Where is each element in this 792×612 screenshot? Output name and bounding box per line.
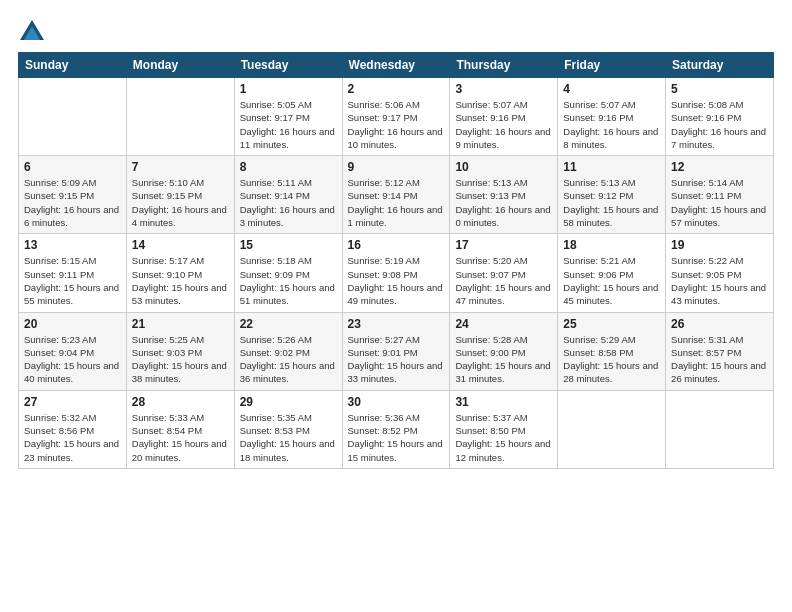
day-number: 9 [348, 160, 445, 174]
day-number: 20 [24, 317, 121, 331]
day-info: Sunrise: 5:25 AM Sunset: 9:03 PM Dayligh… [132, 333, 229, 386]
day-info: Sunrise: 5:37 AM Sunset: 8:50 PM Dayligh… [455, 411, 552, 464]
day-info: Sunrise: 5:19 AM Sunset: 9:08 PM Dayligh… [348, 254, 445, 307]
day-number: 15 [240, 238, 337, 252]
week-row-2: 13Sunrise: 5:15 AM Sunset: 9:11 PM Dayli… [19, 234, 774, 312]
day-info: Sunrise: 5:11 AM Sunset: 9:14 PM Dayligh… [240, 176, 337, 229]
day-number: 7 [132, 160, 229, 174]
day-info: Sunrise: 5:26 AM Sunset: 9:02 PM Dayligh… [240, 333, 337, 386]
day-number: 27 [24, 395, 121, 409]
day-cell: 3Sunrise: 5:07 AM Sunset: 9:16 PM Daylig… [450, 78, 558, 156]
day-number: 29 [240, 395, 337, 409]
day-info: Sunrise: 5:05 AM Sunset: 9:17 PM Dayligh… [240, 98, 337, 151]
day-number: 30 [348, 395, 445, 409]
day-cell [666, 390, 774, 468]
day-cell: 27Sunrise: 5:32 AM Sunset: 8:56 PM Dayli… [19, 390, 127, 468]
weekday-header-tuesday: Tuesday [234, 53, 342, 78]
day-number: 28 [132, 395, 229, 409]
day-number: 24 [455, 317, 552, 331]
day-cell: 26Sunrise: 5:31 AM Sunset: 8:57 PM Dayli… [666, 312, 774, 390]
day-number: 5 [671, 82, 768, 96]
day-info: Sunrise: 5:08 AM Sunset: 9:16 PM Dayligh… [671, 98, 768, 151]
day-info: Sunrise: 5:13 AM Sunset: 9:13 PM Dayligh… [455, 176, 552, 229]
day-cell: 23Sunrise: 5:27 AM Sunset: 9:01 PM Dayli… [342, 312, 450, 390]
day-info: Sunrise: 5:12 AM Sunset: 9:14 PM Dayligh… [348, 176, 445, 229]
day-cell: 10Sunrise: 5:13 AM Sunset: 9:13 PM Dayli… [450, 156, 558, 234]
header [18, 18, 774, 46]
day-number: 31 [455, 395, 552, 409]
day-cell: 2Sunrise: 5:06 AM Sunset: 9:17 PM Daylig… [342, 78, 450, 156]
day-cell: 28Sunrise: 5:33 AM Sunset: 8:54 PM Dayli… [126, 390, 234, 468]
day-cell: 21Sunrise: 5:25 AM Sunset: 9:03 PM Dayli… [126, 312, 234, 390]
day-info: Sunrise: 5:10 AM Sunset: 9:15 PM Dayligh… [132, 176, 229, 229]
day-number: 25 [563, 317, 660, 331]
day-info: Sunrise: 5:15 AM Sunset: 9:11 PM Dayligh… [24, 254, 121, 307]
day-cell: 11Sunrise: 5:13 AM Sunset: 9:12 PM Dayli… [558, 156, 666, 234]
day-cell: 19Sunrise: 5:22 AM Sunset: 9:05 PM Dayli… [666, 234, 774, 312]
day-info: Sunrise: 5:13 AM Sunset: 9:12 PM Dayligh… [563, 176, 660, 229]
day-number: 11 [563, 160, 660, 174]
day-info: Sunrise: 5:27 AM Sunset: 9:01 PM Dayligh… [348, 333, 445, 386]
day-cell [19, 78, 127, 156]
day-info: Sunrise: 5:23 AM Sunset: 9:04 PM Dayligh… [24, 333, 121, 386]
day-info: Sunrise: 5:35 AM Sunset: 8:53 PM Dayligh… [240, 411, 337, 464]
day-cell: 15Sunrise: 5:18 AM Sunset: 9:09 PM Dayli… [234, 234, 342, 312]
day-number: 18 [563, 238, 660, 252]
day-number: 3 [455, 82, 552, 96]
day-info: Sunrise: 5:22 AM Sunset: 9:05 PM Dayligh… [671, 254, 768, 307]
day-number: 14 [132, 238, 229, 252]
weekday-header-wednesday: Wednesday [342, 53, 450, 78]
day-info: Sunrise: 5:06 AM Sunset: 9:17 PM Dayligh… [348, 98, 445, 151]
day-info: Sunrise: 5:21 AM Sunset: 9:06 PM Dayligh… [563, 254, 660, 307]
day-info: Sunrise: 5:17 AM Sunset: 9:10 PM Dayligh… [132, 254, 229, 307]
day-cell: 6Sunrise: 5:09 AM Sunset: 9:15 PM Daylig… [19, 156, 127, 234]
day-cell: 7Sunrise: 5:10 AM Sunset: 9:15 PM Daylig… [126, 156, 234, 234]
day-cell: 1Sunrise: 5:05 AM Sunset: 9:17 PM Daylig… [234, 78, 342, 156]
day-info: Sunrise: 5:32 AM Sunset: 8:56 PM Dayligh… [24, 411, 121, 464]
weekday-header-monday: Monday [126, 53, 234, 78]
day-number: 6 [24, 160, 121, 174]
day-number: 1 [240, 82, 337, 96]
day-info: Sunrise: 5:28 AM Sunset: 9:00 PM Dayligh… [455, 333, 552, 386]
day-number: 12 [671, 160, 768, 174]
day-cell: 5Sunrise: 5:08 AM Sunset: 9:16 PM Daylig… [666, 78, 774, 156]
day-cell: 12Sunrise: 5:14 AM Sunset: 9:11 PM Dayli… [666, 156, 774, 234]
logo [18, 18, 50, 46]
day-number: 17 [455, 238, 552, 252]
calendar-table: SundayMondayTuesdayWednesdayThursdayFrid… [18, 52, 774, 469]
day-number: 16 [348, 238, 445, 252]
day-number: 23 [348, 317, 445, 331]
weekday-header-sunday: Sunday [19, 53, 127, 78]
day-cell: 29Sunrise: 5:35 AM Sunset: 8:53 PM Dayli… [234, 390, 342, 468]
day-info: Sunrise: 5:07 AM Sunset: 9:16 PM Dayligh… [455, 98, 552, 151]
day-number: 10 [455, 160, 552, 174]
week-row-1: 6Sunrise: 5:09 AM Sunset: 9:15 PM Daylig… [19, 156, 774, 234]
day-cell: 16Sunrise: 5:19 AM Sunset: 9:08 PM Dayli… [342, 234, 450, 312]
day-cell: 4Sunrise: 5:07 AM Sunset: 9:16 PM Daylig… [558, 78, 666, 156]
day-cell: 24Sunrise: 5:28 AM Sunset: 9:00 PM Dayli… [450, 312, 558, 390]
day-number: 22 [240, 317, 337, 331]
weekday-header-saturday: Saturday [666, 53, 774, 78]
day-cell: 22Sunrise: 5:26 AM Sunset: 9:02 PM Dayli… [234, 312, 342, 390]
day-info: Sunrise: 5:09 AM Sunset: 9:15 PM Dayligh… [24, 176, 121, 229]
day-info: Sunrise: 5:33 AM Sunset: 8:54 PM Dayligh… [132, 411, 229, 464]
week-row-4: 27Sunrise: 5:32 AM Sunset: 8:56 PM Dayli… [19, 390, 774, 468]
weekday-header-row: SundayMondayTuesdayWednesdayThursdayFrid… [19, 53, 774, 78]
day-cell: 13Sunrise: 5:15 AM Sunset: 9:11 PM Dayli… [19, 234, 127, 312]
day-cell: 17Sunrise: 5:20 AM Sunset: 9:07 PM Dayli… [450, 234, 558, 312]
day-cell [126, 78, 234, 156]
week-row-3: 20Sunrise: 5:23 AM Sunset: 9:04 PM Dayli… [19, 312, 774, 390]
day-cell: 9Sunrise: 5:12 AM Sunset: 9:14 PM Daylig… [342, 156, 450, 234]
day-info: Sunrise: 5:20 AM Sunset: 9:07 PM Dayligh… [455, 254, 552, 307]
day-cell: 20Sunrise: 5:23 AM Sunset: 9:04 PM Dayli… [19, 312, 127, 390]
day-cell: 30Sunrise: 5:36 AM Sunset: 8:52 PM Dayli… [342, 390, 450, 468]
logo-icon [18, 18, 46, 46]
day-cell: 8Sunrise: 5:11 AM Sunset: 9:14 PM Daylig… [234, 156, 342, 234]
day-number: 8 [240, 160, 337, 174]
day-info: Sunrise: 5:29 AM Sunset: 8:58 PM Dayligh… [563, 333, 660, 386]
day-info: Sunrise: 5:14 AM Sunset: 9:11 PM Dayligh… [671, 176, 768, 229]
day-info: Sunrise: 5:31 AM Sunset: 8:57 PM Dayligh… [671, 333, 768, 386]
day-cell: 14Sunrise: 5:17 AM Sunset: 9:10 PM Dayli… [126, 234, 234, 312]
day-number: 13 [24, 238, 121, 252]
day-number: 21 [132, 317, 229, 331]
